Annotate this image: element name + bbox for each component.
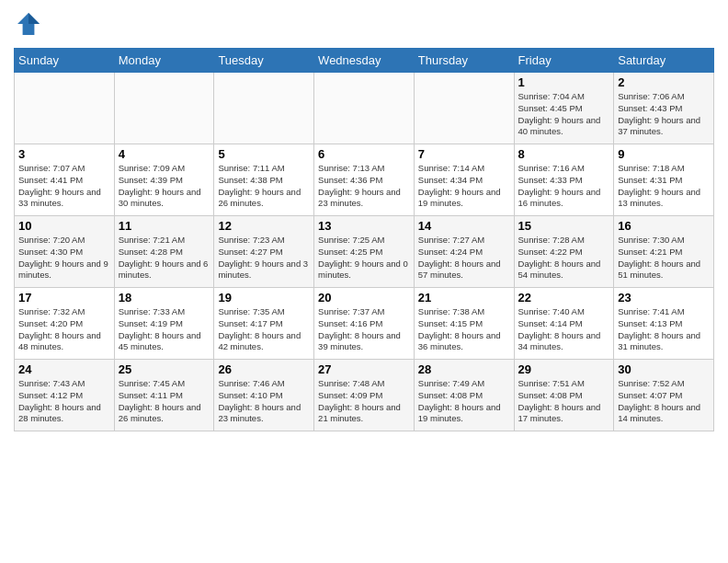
logo-icon: [14, 9, 43, 39]
day-number: 19: [218, 291, 310, 304]
sunrise: Sunrise: 7:25 AM: [318, 235, 384, 245]
day-cell: 26 Sunrise: 7:46 AM Sunset: 4:10 PM Dayl…: [214, 360, 314, 431]
day-number: 26: [218, 362, 310, 376]
daylight: Daylight: 9 hours and 0 minutes.: [318, 259, 408, 281]
sunset: Sunset: 4:08 PM: [418, 390, 483, 400]
sunrise: Sunrise: 7:40 AM: [518, 306, 585, 316]
header-wednesday: Wednesday: [314, 49, 415, 73]
sunrise: Sunrise: 7:11 AM: [218, 163, 284, 173]
daylight: Daylight: 8 hours and 57 minutes.: [418, 259, 501, 281]
sunset: Sunset: 4:19 PM: [119, 318, 183, 328]
header-sunday: Sunday: [15, 49, 115, 73]
day-info: Sunrise: 7:27 AM Sunset: 4:24 PM Dayligh…: [418, 235, 510, 282]
logo: [14, 9, 45, 39]
weekday-header-row: Sunday Monday Tuesday Wednesday Thursday…: [15, 49, 714, 73]
day-info: Sunrise: 7:41 AM Sunset: 4:13 PM Dayligh…: [618, 306, 710, 353]
day-cell: 4 Sunrise: 7:09 AM Sunset: 4:39 PM Dayli…: [114, 144, 214, 216]
day-cell: 19 Sunrise: 7:35 AM Sunset: 4:17 PM Dayl…: [214, 288, 314, 360]
daylight: Daylight: 9 hours and 9 minutes.: [18, 259, 108, 281]
sunset: Sunset: 4:33 PM: [518, 175, 583, 185]
day-number: 24: [18, 362, 110, 376]
day-cell: [214, 73, 314, 144]
daylight: Daylight: 9 hours and 23 minutes.: [318, 187, 401, 209]
day-info: Sunrise: 7:16 AM Sunset: 4:33 PM Dayligh…: [518, 163, 610, 210]
day-number: 23: [618, 291, 710, 304]
daylight: Daylight: 9 hours and 6 minutes.: [119, 259, 209, 281]
sunrise: Sunrise: 7:13 AM: [318, 163, 384, 173]
day-number: 12: [218, 219, 310, 233]
daylight: Daylight: 9 hours and 19 minutes.: [418, 187, 501, 209]
sunset: Sunset: 4:21 PM: [618, 247, 682, 257]
daylight: Daylight: 8 hours and 14 minutes.: [618, 402, 700, 424]
daylight: Daylight: 9 hours and 40 minutes.: [518, 115, 601, 137]
day-cell: [15, 73, 115, 144]
day-cell: 6 Sunrise: 7:13 AM Sunset: 4:36 PM Dayli…: [314, 144, 415, 216]
day-number: 6: [318, 147, 410, 161]
week-row-4: 17 Sunrise: 7:32 AM Sunset: 4:20 PM Dayl…: [15, 288, 714, 360]
sunset: Sunset: 4:27 PM: [218, 247, 282, 257]
sunset: Sunset: 4:08 PM: [518, 390, 583, 400]
day-info: Sunrise: 7:06 AM Sunset: 4:43 PM Dayligh…: [618, 91, 710, 138]
day-info: Sunrise: 7:49 AM Sunset: 4:08 PM Dayligh…: [418, 378, 510, 425]
day-cell: [414, 73, 514, 144]
daylight: Daylight: 9 hours and 37 minutes.: [618, 115, 700, 137]
header-saturday: Saturday: [614, 49, 714, 73]
day-info: Sunrise: 7:11 AM Sunset: 4:38 PM Dayligh…: [218, 163, 310, 210]
day-number: 28: [418, 362, 510, 376]
sunset: Sunset: 4:17 PM: [218, 318, 282, 328]
sunrise: Sunrise: 7:35 AM: [218, 306, 284, 316]
daylight: Daylight: 8 hours and 36 minutes.: [418, 330, 501, 352]
sunset: Sunset: 4:22 PM: [518, 247, 583, 257]
day-cell: 7 Sunrise: 7:14 AM Sunset: 4:34 PM Dayli…: [414, 144, 514, 216]
sunset: Sunset: 4:36 PM: [318, 175, 382, 185]
day-cell: 21 Sunrise: 7:38 AM Sunset: 4:15 PM Dayl…: [414, 288, 514, 360]
day-number: 14: [418, 219, 510, 233]
day-number: 5: [218, 147, 310, 161]
week-row-5: 24 Sunrise: 7:43 AM Sunset: 4:12 PM Dayl…: [15, 360, 714, 431]
header: [14, 9, 714, 39]
sunrise: Sunrise: 7:48 AM: [318, 378, 384, 388]
sunrise: Sunrise: 7:28 AM: [518, 235, 585, 245]
day-cell: 3 Sunrise: 7:07 AM Sunset: 4:41 PM Dayli…: [15, 144, 115, 216]
header-monday: Monday: [114, 49, 214, 73]
day-cell: 24 Sunrise: 7:43 AM Sunset: 4:12 PM Dayl…: [15, 360, 115, 431]
day-cell: 28 Sunrise: 7:49 AM Sunset: 4:08 PM Dayl…: [414, 360, 514, 431]
sunset: Sunset: 4:10 PM: [218, 390, 282, 400]
day-cell: 17 Sunrise: 7:32 AM Sunset: 4:20 PM Dayl…: [15, 288, 115, 360]
day-number: 10: [18, 219, 110, 233]
day-number: 11: [119, 219, 210, 233]
day-number: 16: [618, 219, 710, 233]
day-info: Sunrise: 7:14 AM Sunset: 4:34 PM Dayligh…: [418, 163, 510, 210]
sunrise: Sunrise: 7:06 AM: [618, 91, 684, 101]
daylight: Daylight: 8 hours and 39 minutes.: [318, 330, 401, 352]
sunset: Sunset: 4:11 PM: [119, 390, 183, 400]
daylight: Daylight: 9 hours and 30 minutes.: [119, 187, 201, 209]
day-number: 9: [618, 147, 710, 161]
sunrise: Sunrise: 7:27 AM: [418, 235, 484, 245]
daylight: Daylight: 8 hours and 17 minutes.: [518, 402, 601, 424]
day-number: 20: [318, 291, 410, 304]
daylight: Daylight: 8 hours and 45 minutes.: [119, 330, 201, 352]
daylight: Daylight: 8 hours and 51 minutes.: [618, 259, 700, 281]
sunrise: Sunrise: 7:21 AM: [119, 235, 185, 245]
daylight: Daylight: 9 hours and 16 minutes.: [518, 187, 601, 209]
sunset: Sunset: 4:24 PM: [418, 247, 483, 257]
svg-marker-2: [28, 13, 40, 24]
sunrise: Sunrise: 7:14 AM: [418, 163, 484, 173]
sunset: Sunset: 4:09 PM: [318, 390, 382, 400]
day-info: Sunrise: 7:30 AM Sunset: 4:21 PM Dayligh…: [618, 235, 710, 282]
day-number: 30: [618, 362, 710, 376]
daylight: Daylight: 9 hours and 13 minutes.: [618, 187, 700, 209]
calendar-page: Sunday Monday Tuesday Wednesday Thursday…: [0, 0, 728, 563]
day-number: 25: [119, 362, 210, 376]
day-cell: 14 Sunrise: 7:27 AM Sunset: 4:24 PM Dayl…: [414, 216, 514, 288]
daylight: Daylight: 8 hours and 31 minutes.: [618, 330, 700, 352]
sunset: Sunset: 4:28 PM: [119, 247, 183, 257]
daylight: Daylight: 8 hours and 54 minutes.: [518, 259, 601, 281]
sunset: Sunset: 4:39 PM: [119, 175, 183, 185]
day-info: Sunrise: 7:43 AM Sunset: 4:12 PM Dayligh…: [18, 378, 110, 425]
sunset: Sunset: 4:43 PM: [618, 103, 682, 113]
day-info: Sunrise: 7:21 AM Sunset: 4:28 PM Dayligh…: [119, 235, 210, 282]
sunset: Sunset: 4:30 PM: [18, 247, 83, 257]
sunrise: Sunrise: 7:16 AM: [518, 163, 585, 173]
